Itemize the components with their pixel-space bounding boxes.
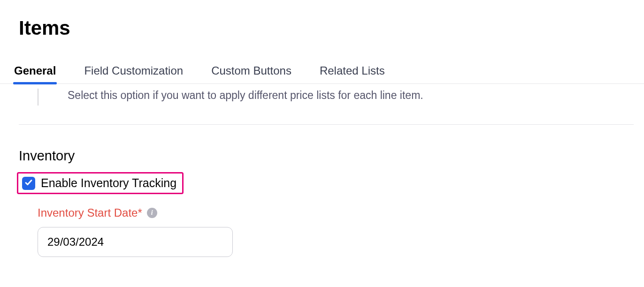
helper-text: Select this option if you want to apply …	[68, 88, 423, 103]
helper-row: Select this option if you want to apply …	[0, 88, 644, 106]
enable-inventory-tracking-label: Enable Inventory Tracking	[41, 176, 176, 190]
enable-inventory-tracking-checkbox[interactable]	[22, 177, 35, 190]
tab-custom-buttons[interactable]: Custom Buttons	[210, 64, 292, 84]
page-title: Items	[0, 0, 644, 39]
info-icon[interactable]: i	[147, 208, 157, 218]
tab-related-lists[interactable]: Related Lists	[319, 64, 386, 84]
inventory-start-date-label: Inventory Start Date*	[38, 206, 142, 219]
tab-bar: General Field Customization Custom Butto…	[0, 64, 644, 84]
inventory-start-date-label-row: Inventory Start Date* i	[38, 206, 644, 219]
tab-general[interactable]: General	[13, 64, 57, 84]
check-icon	[24, 178, 33, 189]
tab-field-customization[interactable]: Field Customization	[83, 64, 184, 84]
inventory-start-date-input[interactable]: 29/03/2024	[38, 227, 233, 257]
section-divider	[19, 124, 634, 125]
enable-inventory-tracking-row: Enable Inventory Tracking	[17, 172, 184, 194]
helper-bar	[38, 89, 38, 106]
inventory-heading: Inventory	[19, 148, 644, 164]
inventory-start-date-value: 29/03/2024	[47, 235, 104, 249]
